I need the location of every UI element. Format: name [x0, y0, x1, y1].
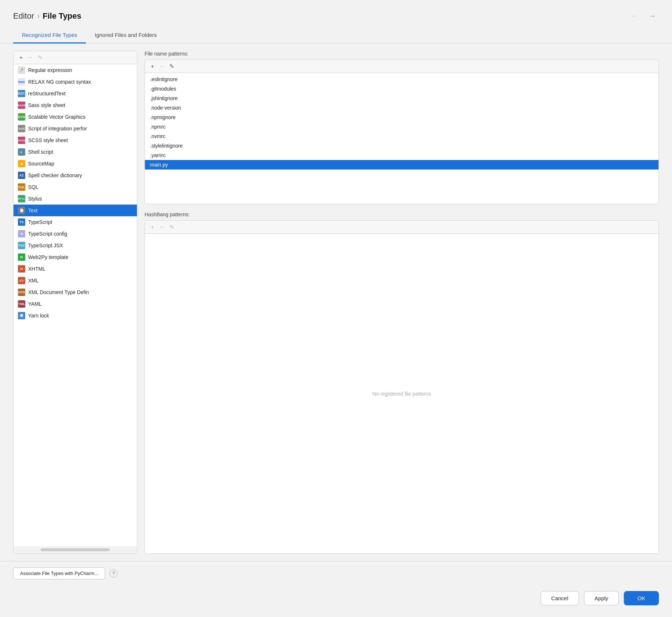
list-item[interactable]: H XHTML	[14, 263, 137, 275]
xhtml-icon: H	[18, 265, 25, 273]
help-icon[interactable]: ?	[110, 570, 118, 578]
list-item[interactable]: ► Shell script	[14, 146, 137, 158]
pattern-item[interactable]: .yarnrc	[145, 151, 658, 160]
pattern-item[interactable]: .stylelintignore	[145, 141, 658, 151]
list-item-label: XML Document Type Defin	[28, 289, 89, 295]
list-item[interactable]: STYL Stylus	[14, 193, 137, 205]
list-item[interactable]: DTD XML Document Type Defin	[14, 286, 137, 298]
title-bar: Editor › File Types ← →	[0, 0, 672, 22]
list-item-label: Regular expression	[28, 67, 72, 73]
list-item-label: TypeScript	[28, 219, 52, 225]
add-hashbang-button[interactable]: +	[149, 223, 156, 231]
sass-icon: SASS	[18, 102, 25, 109]
hashbang-toolbar: + − ✎	[145, 221, 658, 234]
list-item[interactable]: SCSS SCSS style sheet	[14, 134, 137, 146]
dialog: Editor › File Types ← → Recognized File …	[0, 0, 672, 617]
list-item[interactable]: .* Regular expression	[14, 64, 137, 76]
pattern-item[interactable]: .gitmodules	[145, 84, 658, 94]
tsconfig-icon: ⚙	[18, 230, 25, 237]
apply-button[interactable]: Apply	[584, 591, 619, 605]
list-item-label: TypeScript JSX	[28, 243, 63, 248]
pattern-item[interactable]: .jshintignore	[145, 94, 658, 103]
hashbang-box: + − ✎ No registered file patterns	[145, 220, 659, 554]
list-item[interactable]: RNG RELAX NG compact syntax	[14, 76, 137, 88]
pattern-item[interactable]: .npmrc	[145, 122, 658, 132]
tab-ignored[interactable]: Ignored Files and Folders	[86, 28, 165, 43]
list-item-label: Yarn lock	[28, 313, 49, 319]
tsx-icon: TSX	[18, 242, 25, 249]
back-button[interactable]: ←	[628, 10, 641, 22]
pattern-item[interactable]: .nvmrc	[145, 132, 658, 141]
regex-icon: .*	[18, 66, 25, 74]
rst-icon: RST	[18, 90, 25, 97]
list-item-label: RELAX NG compact syntax	[28, 79, 91, 85]
list-item[interactable]: SASS Sass style sheet	[14, 99, 137, 111]
file-name-patterns-box: + − ✎ .eslintignore .gitmodules .jshinti…	[145, 60, 659, 204]
svg-icon: SVG	[18, 113, 25, 121]
tab-recognized[interactable]: Recognized File Types	[13, 28, 86, 43]
spell-icon: AZ	[18, 172, 25, 179]
ok-button[interactable]: OK	[624, 591, 659, 605]
file-name-toolbar: + − ✎	[145, 60, 658, 73]
edit-filetype-button[interactable]: ✎	[36, 53, 45, 62]
pattern-item[interactable]: .node-version	[145, 103, 658, 113]
list-item-label: YAML	[28, 301, 42, 307]
list-item[interactable]: RST reStructuredText	[14, 88, 137, 99]
edit-pattern-button[interactable]: ✎	[167, 62, 176, 71]
cancel-button[interactable]: Cancel	[541, 591, 579, 605]
web2py-icon: W	[18, 254, 25, 261]
list-item-label: Scalable Vector Graphics	[28, 114, 85, 120]
list-item[interactable]: SCR Script of integration perfor	[14, 123, 137, 134]
list-item[interactable]: ⚙ TypeScript config	[14, 228, 137, 240]
list-item-label: Spell checker dictionary	[28, 172, 82, 178]
list-item[interactable]: SQL SQL	[14, 181, 137, 193]
list-item[interactable]: W Web2Py template	[14, 251, 137, 263]
left-panel: + − ✎ .* Regular expression RNG RELAX NG…	[13, 51, 137, 554]
remove-pattern-button[interactable]: −	[158, 62, 165, 71]
add-pattern-button[interactable]: +	[149, 62, 156, 71]
file-name-section-label: File name patterns:	[145, 51, 659, 57]
content-area: + − ✎ .* Regular expression RNG RELAX NG…	[0, 43, 672, 561]
forward-button[interactable]: →	[646, 10, 659, 22]
xml-icon: <>	[18, 277, 25, 284]
pattern-item[interactable]: .eslintignore	[145, 75, 658, 84]
yarn-icon: ✷	[18, 312, 25, 319]
list-item[interactable]: TS TypeScript	[14, 216, 137, 228]
patterns-list: .eslintignore .gitmodules .jshintignore …	[145, 73, 658, 204]
pattern-item-mainpy[interactable]: main.py	[145, 160, 658, 170]
list-item-label: Text	[28, 207, 38, 213]
list-item-label: XHTML	[28, 266, 45, 272]
left-scrollbar-area	[14, 546, 137, 553]
shell-icon: ►	[18, 148, 25, 156]
breadcrumb: Editor › File Types	[13, 11, 81, 21]
edit-hashbang-button[interactable]: ✎	[167, 223, 176, 231]
list-item-label: TypeScript config	[28, 231, 67, 237]
left-h-scrollbar[interactable]	[41, 548, 110, 551]
list-item[interactable]: TSX TypeScript JSX	[14, 240, 137, 251]
bottom-bar: Associate File Types with PyCharm... ?	[0, 561, 672, 585]
list-item[interactable]: SVG Scalable Vector Graphics	[14, 111, 137, 123]
sourcemap-icon: ◉	[18, 160, 25, 167]
list-item[interactable]: ✷ Yarn lock	[14, 310, 137, 321]
remove-hashbang-button[interactable]: −	[158, 223, 165, 231]
right-panel-inner: File name patterns: + − ✎ .eslintignore …	[145, 51, 659, 554]
remove-filetype-button[interactable]: −	[26, 54, 34, 62]
list-item[interactable]: YML YAML	[14, 298, 137, 310]
stylus-icon: STYL	[18, 195, 25, 202]
add-filetype-button[interactable]: +	[17, 54, 25, 62]
text-icon: 📄	[18, 207, 25, 214]
list-item-label: Web2Py template	[28, 254, 68, 260]
list-item[interactable]: ◉ SourceMap	[14, 158, 137, 170]
pattern-item[interactable]: .npmignore	[145, 113, 658, 122]
yaml-icon: YML	[18, 300, 25, 308]
list-item[interactable]: AZ Spell checker dictionary	[14, 170, 137, 181]
list-item-text[interactable]: 📄 Text	[14, 205, 137, 216]
list-item-label: Script of integration perfor	[28, 126, 87, 132]
nav-arrows: ← →	[628, 10, 659, 22]
associate-button[interactable]: Associate File Types with PyCharm...	[13, 567, 105, 579]
list-item[interactable]: <> XML	[14, 275, 137, 286]
list-item-label: reStructuredText	[28, 91, 66, 96]
script-icon: SCR	[18, 125, 25, 132]
relax-icon: RNG	[18, 78, 25, 85]
tabs-bar: Recognized File Types Ignored Files and …	[0, 22, 672, 43]
